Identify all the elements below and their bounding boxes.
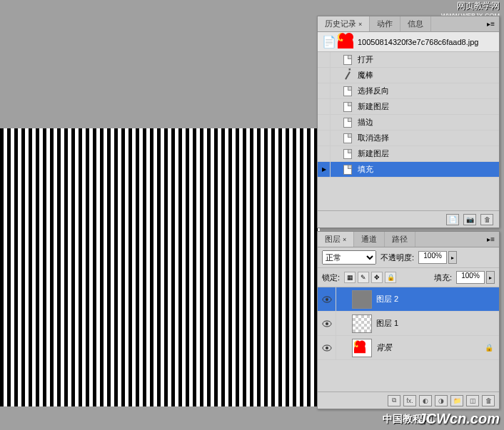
heart-flag-icon: ★ bbox=[338, 36, 353, 48]
history-state-box[interactable] bbox=[318, 68, 331, 83]
doc-icon bbox=[342, 164, 353, 175]
play-icon: ▶ bbox=[322, 166, 326, 173]
history-list: 打开 魔棒 选择反向 新建图层 描边 取消选择 新建图层 ▶ 填充 bbox=[318, 52, 499, 195]
mask-icon[interactable]: ◐ bbox=[419, 395, 432, 406]
doc-icon bbox=[342, 117, 353, 128]
adjustment-icon[interactable]: ◑ bbox=[435, 395, 448, 406]
history-state-box[interactable] bbox=[318, 130, 331, 146]
lock-icon: 🔒 bbox=[485, 344, 493, 352]
visibility-toggle[interactable] bbox=[318, 336, 336, 359]
tab-history[interactable]: 历史记录× bbox=[318, 16, 370, 31]
close-icon[interactable]: × bbox=[358, 21, 362, 28]
lock-transparent-icon[interactable]: ▦ bbox=[344, 272, 356, 283]
watermark-en: JCWcn.com bbox=[418, 411, 500, 427]
history-item-label: 描边 bbox=[353, 117, 373, 128]
eye-icon bbox=[322, 344, 332, 352]
history-item[interactable]: 取消选择 bbox=[318, 130, 499, 146]
history-source-row[interactable]: 📄 ★ 10050814320f3e7c768c6faad8.jpg bbox=[318, 32, 499, 52]
doc-icon bbox=[342, 101, 353, 113]
history-item-label: 魔棒 bbox=[353, 70, 373, 81]
history-item[interactable]: 魔棒 bbox=[318, 68, 499, 83]
panel-menu-icon[interactable]: ▸≡ bbox=[483, 20, 499, 28]
svg-point-5 bbox=[326, 347, 328, 349]
layer-thumb[interactable]: ★ bbox=[352, 339, 372, 357]
visibility-toggle[interactable] bbox=[318, 287, 336, 311]
eye-icon bbox=[322, 296, 332, 303]
history-footer: 📄 📷 🗑 bbox=[318, 210, 499, 227]
doc-icon bbox=[342, 86, 353, 97]
canvas-area[interactable] bbox=[0, 128, 320, 406]
doc-icon bbox=[342, 148, 353, 160]
folder-icon[interactable]: 📁 bbox=[450, 395, 463, 406]
watermark-title: 网页教学网 bbox=[441, 0, 500, 12]
history-item-label: 打开 bbox=[353, 54, 373, 65]
layer-row[interactable]: 图层 2 bbox=[318, 287, 499, 312]
tab-actions[interactable]: 动作 bbox=[370, 16, 400, 31]
history-item[interactable]: 新建图层 bbox=[318, 99, 499, 115]
layer-row[interactable]: ★ 背景 🔒 bbox=[318, 336, 499, 360]
blend-mode-select[interactable]: 正常 bbox=[322, 250, 376, 265]
layer-row[interactable]: 图层 1 bbox=[318, 312, 499, 336]
close-icon[interactable]: × bbox=[343, 236, 346, 243]
snapshot-icon[interactable]: 📷 bbox=[463, 214, 476, 225]
layer-name[interactable]: 背景 bbox=[376, 342, 485, 353]
history-item-label: 填充 bbox=[353, 164, 373, 175]
history-state-box[interactable] bbox=[318, 52, 331, 68]
layer-thumb[interactable] bbox=[352, 290, 372, 309]
lock-label: 锁定: bbox=[322, 272, 340, 283]
history-filename: 10050814320f3e7c768c6faad8.jpg bbox=[358, 38, 478, 46]
lock-row: 锁定: ▦ ✎ ✥ 🔒 填充: 100% ▸ bbox=[318, 268, 499, 287]
panel-menu-icon[interactable]: ▸≡ bbox=[483, 235, 499, 243]
layer-name[interactable]: 图层 1 bbox=[376, 318, 485, 329]
history-item[interactable]: ▶ 填充 bbox=[318, 162, 499, 178]
layer-name[interactable]: 图层 2 bbox=[376, 294, 485, 304]
history-tabs: 历史记录× 动作 信息 ▸≡ bbox=[318, 16, 499, 32]
fx-icon[interactable]: fx. bbox=[403, 395, 416, 406]
opacity-arrow-icon[interactable]: ▸ bbox=[448, 251, 457, 264]
layers-panel: 图层× 通道 路径 ▸≡ 正常 不透明度: 100% ▸ 锁定: ▦ ✎ ✥ 🔒… bbox=[317, 231, 500, 409]
history-item-label: 取消选择 bbox=[353, 133, 389, 143]
layer-list: 图层 2 图层 1 ★ 背景 🔒 bbox=[318, 287, 499, 360]
history-item-label: 新建图层 bbox=[353, 148, 389, 159]
new-doc-icon[interactable]: 📄 bbox=[446, 214, 459, 225]
history-panel: 历史记录× 动作 信息 ▸≡ 📄 ★ 10050814320f3e7c768c6… bbox=[317, 16, 500, 228]
layers-footer: ⧉ fx. ◐ ◑ 📁 ◫ 🗑 bbox=[318, 391, 499, 409]
new-layer-icon[interactable]: ◫ bbox=[466, 395, 479, 406]
doc-icon bbox=[342, 54, 353, 66]
tab-paths[interactable]: 路径 bbox=[385, 232, 415, 247]
wand-icon bbox=[342, 70, 353, 81]
history-state-box[interactable]: ▶ bbox=[318, 162, 331, 178]
history-item-label: 新建图层 bbox=[353, 101, 389, 112]
tab-layers[interactable]: 图层× bbox=[318, 232, 354, 247]
tab-info[interactable]: 信息 bbox=[400, 16, 431, 31]
fill-label: 填充: bbox=[434, 272, 452, 283]
svg-point-3 bbox=[326, 322, 328, 325]
visibility-toggle[interactable] bbox=[318, 312, 336, 335]
history-state-box[interactable] bbox=[318, 83, 331, 99]
history-item[interactable]: 新建图层 bbox=[318, 146, 499, 162]
opacity-input[interactable]: 100% bbox=[418, 251, 447, 264]
brush-icon: 📄 bbox=[322, 35, 335, 48]
history-item[interactable]: 打开 bbox=[318, 52, 499, 68]
lock-brush-icon[interactable]: ✎ bbox=[358, 272, 369, 283]
link-icon[interactable]: ⧉ bbox=[388, 395, 400, 406]
svg-point-1 bbox=[326, 298, 328, 301]
fill-input[interactable]: 100% bbox=[456, 271, 485, 284]
fill-arrow-icon[interactable]: ▸ bbox=[486, 271, 495, 284]
layers-controls: 正常 不透明度: 100% ▸ bbox=[318, 247, 499, 268]
trash-icon[interactable]: 🗑 bbox=[482, 395, 495, 406]
history-item[interactable]: 选择反向 bbox=[318, 83, 499, 99]
opacity-label: 不透明度: bbox=[380, 252, 414, 263]
layers-tabs: 图层× 通道 路径 ▸≡ bbox=[318, 232, 499, 247]
lock-move-icon[interactable]: ✥ bbox=[371, 272, 383, 283]
lock-all-icon[interactable]: 🔒 bbox=[385, 272, 396, 283]
history-item-label: 选择反向 bbox=[353, 86, 389, 96]
tab-channels[interactable]: 通道 bbox=[354, 232, 385, 247]
history-state-box[interactable] bbox=[318, 146, 331, 162]
history-state-box[interactable] bbox=[318, 99, 331, 115]
eye-icon bbox=[322, 320, 332, 327]
history-state-box[interactable] bbox=[318, 115, 331, 130]
layer-thumb[interactable] bbox=[352, 314, 372, 333]
history-item[interactable]: 描边 bbox=[318, 115, 499, 130]
trash-icon[interactable]: 🗑 bbox=[480, 214, 493, 225]
